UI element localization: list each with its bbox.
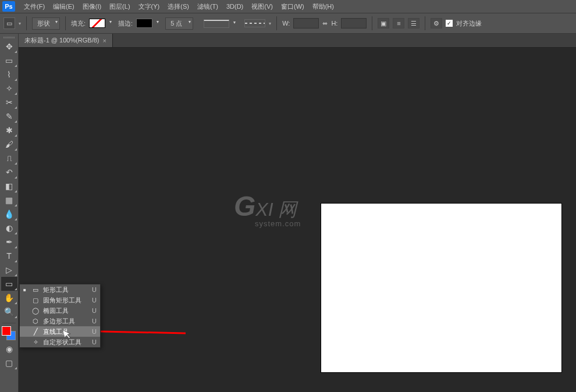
- toolbar: ✥ ▭ ⌇ ✧ ✂ ✎ ✱ 🖌 ⎍ ↶ ◧ ▦ 💧 ◐ ✒ T ▷ ▭ ✋ 🔍 …: [0, 34, 19, 392]
- menu-edit[interactable]: 编辑(E): [49, 2, 79, 11]
- stroke-label: 描边:: [118, 19, 133, 28]
- document-tab-title: 未标题-1 @ 100%(RGB/8): [24, 36, 99, 45]
- screenmode-tool[interactable]: ▢: [1, 356, 17, 370]
- quickmask-tool[interactable]: ◉: [1, 342, 17, 356]
- menu-select[interactable]: 选择(S): [163, 2, 193, 11]
- stroke-size-dropdown[interactable]: 5 点: [165, 17, 193, 30]
- toolbar-grip[interactable]: [0, 35, 18, 40]
- ellipse-icon: ◯: [31, 307, 40, 315]
- link-wh-icon[interactable]: ⬌: [322, 20, 328, 27]
- zoom-tool[interactable]: 🔍: [1, 305, 17, 319]
- ps-logo: Ps: [2, 1, 15, 12]
- menu-view[interactable]: 视图(V): [247, 2, 277, 11]
- marquee-tool[interactable]: ▭: [1, 54, 17, 67]
- dodge-tool[interactable]: ◐: [1, 221, 17, 235]
- lasso-tool[interactable]: ⌇: [1, 67, 17, 81]
- document-tab[interactable]: 未标题-1 @ 100%(RGB/8) ×: [19, 34, 113, 47]
- flyout-polygon-tool[interactable]: ⬡ 多边形工具 U: [20, 316, 100, 326]
- menu-help[interactable]: 帮助(H): [308, 2, 338, 11]
- document-tabbar: 未标题-1 @ 100%(RGB/8) ×: [19, 34, 576, 48]
- fill-color-swatch[interactable]: [89, 19, 105, 28]
- stroke-color-swatch[interactable]: [136, 19, 152, 28]
- align-edges-checkbox[interactable]: ✓: [446, 20, 453, 27]
- options-bar: ▭ ▾ 形状 填充: 描边: 5 点 ▾ W: ⬌ H: ▣ ≡ ☰ ⚙ ✓ 对…: [0, 13, 576, 34]
- eraser-tool[interactable]: ◧: [1, 179, 17, 193]
- path-align-icon[interactable]: ≡: [393, 18, 404, 28]
- shape-mode-dropdown[interactable]: 形状: [32, 17, 60, 30]
- fill-label: 填充:: [71, 19, 86, 28]
- shape-tool[interactable]: ▭: [1, 277, 17, 291]
- close-tab-icon[interactable]: ×: [103, 37, 106, 44]
- gear-icon[interactable]: ⚙: [431, 18, 442, 28]
- crop-tool[interactable]: ✂: [1, 95, 17, 109]
- gradient-tool[interactable]: ▦: [1, 193, 17, 207]
- blur-tool[interactable]: 💧: [1, 207, 17, 221]
- menu-layer[interactable]: 图层(L): [105, 2, 134, 11]
- rounded-rectangle-icon: ▢: [31, 297, 40, 304]
- menu-bar: Ps 文件(F) 编辑(E) 图像(I) 图层(L) 文字(Y) 选择(S) 滤…: [0, 0, 576, 13]
- menu-image[interactable]: 图像(I): [79, 2, 105, 11]
- stamp-tool[interactable]: ⎍: [1, 151, 17, 165]
- healing-tool[interactable]: ✱: [1, 123, 17, 137]
- flyout-rounded-rectangle-tool[interactable]: ▢ 圆角矩形工具 U: [20, 295, 100, 305]
- canvas-area[interactable]: GXI 网 system.com: [19, 48, 576, 392]
- flyout-line-tool[interactable]: ╱ 直线工具 U: [20, 326, 100, 337]
- history-brush-tool[interactable]: ↶: [1, 165, 17, 179]
- move-tool[interactable]: ✥: [1, 40, 17, 54]
- type-tool[interactable]: T: [1, 249, 17, 263]
- height-label: H:: [331, 20, 337, 27]
- flyout-custom-shape-tool[interactable]: ✧ 自定形状工具 U: [20, 337, 100, 347]
- menu-file[interactable]: 文件(F): [20, 2, 49, 11]
- pen-tool[interactable]: ✒: [1, 235, 17, 249]
- path-arrange-icon[interactable]: ☰: [408, 18, 419, 28]
- flyout-rectangle-tool[interactable]: ■ ▭ 矩形工具 U: [20, 284, 100, 295]
- width-input[interactable]: [293, 18, 319, 28]
- flyout-ellipse-tool[interactable]: ◯ 椭圆工具 U: [20, 305, 100, 316]
- path-select-tool[interactable]: ▷: [1, 263, 17, 277]
- align-edges-label: 对齐边缘: [456, 19, 482, 28]
- watermark: GXI 网 system.com: [234, 190, 301, 228]
- rectangle-icon: ▭: [31, 286, 40, 294]
- custom-shape-icon: ✧: [31, 338, 40, 346]
- polygon-icon: ⬡: [31, 318, 40, 325]
- color-swatches[interactable]: [0, 325, 18, 342]
- foreground-color[interactable]: [2, 326, 11, 336]
- width-label: W:: [282, 20, 290, 27]
- stroke-style-dropdown[interactable]: [204, 20, 229, 28]
- document-canvas[interactable]: [321, 204, 561, 372]
- line-icon: ╱: [31, 328, 40, 336]
- menu-3d[interactable]: 3D(D): [222, 3, 247, 10]
- shape-tool-flyout: ■ ▭ 矩形工具 U ▢ 圆角矩形工具 U ◯ 椭圆工具 U ⬡ 多边形工具 U…: [19, 284, 101, 348]
- stroke-dash-dropdown[interactable]: [244, 19, 265, 27]
- menu-type[interactable]: 文字(Y): [134, 2, 164, 11]
- canvas-container: 未标题-1 @ 100%(RGB/8) × GXI 网 system.com: [19, 34, 576, 392]
- brush-tool[interactable]: 🖌: [1, 137, 17, 151]
- height-input[interactable]: [341, 18, 367, 28]
- hand-tool[interactable]: ✋: [1, 291, 17, 305]
- menu-window[interactable]: 窗口(W): [277, 2, 308, 11]
- menu-filter[interactable]: 滤镜(T): [193, 2, 222, 11]
- magic-wand-tool[interactable]: ✧: [1, 81, 17, 95]
- selected-indicator: ■: [23, 287, 28, 293]
- path-combine-icon[interactable]: ▣: [378, 18, 389, 28]
- eyedropper-tool[interactable]: ✎: [1, 109, 17, 123]
- tool-preset-icon[interactable]: ▭: [3, 17, 15, 29]
